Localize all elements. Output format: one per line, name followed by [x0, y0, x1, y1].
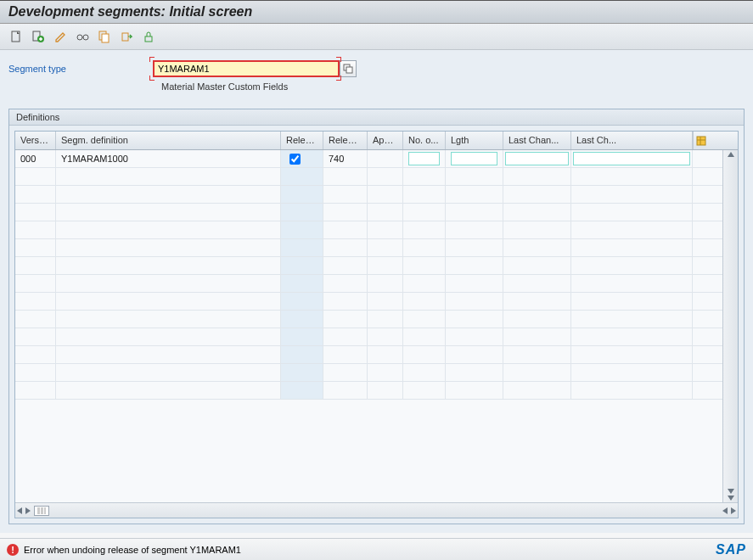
cell-appl [368, 150, 403, 167]
horizontal-scrollbar[interactable] [15, 502, 738, 518]
display-button[interactable] [73, 27, 92, 46]
cell-last-on [571, 150, 693, 167]
svg-point-4 [83, 35, 88, 40]
svg-rect-17 [44, 507, 46, 514]
svg-rect-11 [346, 67, 352, 73]
svg-rect-8 [122, 33, 128, 41]
create-button[interactable] [7, 27, 25, 46]
status-bar: ! Error when undoing release of segment … [0, 538, 753, 560]
table-settings-icon [696, 136, 706, 146]
svg-rect-15 [37, 507, 40, 514]
col-segdef[interactable]: Segm. definition [56, 132, 281, 149]
toolbar [0, 24, 753, 50]
number-input[interactable] [408, 152, 440, 165]
definitions-panel: Definitions Version Segm. definition Rel… [8, 109, 745, 524]
svg-point-3 [77, 35, 82, 40]
document-icon [9, 30, 23, 43]
status-message: Error when undoing release of segment Y1… [24, 545, 241, 555]
grid-config-button[interactable] [693, 132, 708, 149]
segment-type-input-wrap [153, 60, 357, 77]
page-title-text: Development segments: Initial screen [8, 4, 252, 19]
scroll-right2-icon[interactable] [731, 507, 736, 514]
segment-type-label: Segment type [8, 64, 153, 74]
scroll-up-icon[interactable] [728, 152, 734, 157]
col-appl[interactable]: Appl.... [368, 132, 403, 149]
lock-button[interactable] [139, 27, 158, 46]
definitions-grid: Version Segm. definition Release Release… [14, 131, 739, 518]
cell-release: 740 [323, 150, 368, 167]
table-row[interactable]: 000 Y1MARAM1000 740 [15, 150, 722, 168]
last-changed-by-input[interactable] [505, 152, 569, 165]
edit-button[interactable] [51, 27, 70, 46]
col-release-flag[interactable]: Release [281, 132, 323, 149]
pencil-icon [53, 30, 67, 43]
cell-last-by [503, 150, 571, 167]
length-input[interactable] [451, 152, 497, 165]
content-area: Segment type Material Master Custom Fiel… [0, 50, 753, 533]
scroll-down-icon[interactable] [728, 489, 734, 494]
segment-type-description: Material Master Custom Fields [161, 81, 745, 92]
svg-rect-12 [697, 137, 705, 145]
lock-icon [142, 30, 155, 43]
col-version[interactable]: Version [15, 132, 56, 149]
released-checkbox[interactable] [289, 154, 301, 165]
cell-number-input [403, 150, 446, 167]
error-icon: ! [7, 544, 19, 556]
scroll-right-icon[interactable] [25, 507, 31, 514]
col-last-changed-by[interactable]: Last Chan... [503, 132, 571, 149]
copy-button[interactable] [95, 27, 114, 46]
cell-segdef: Y1MARAM1000 [56, 150, 281, 167]
f4-help-button[interactable] [340, 60, 357, 77]
value-help-icon [343, 64, 353, 74]
col-release[interactable]: Release [323, 132, 368, 149]
activate-button[interactable] [117, 27, 136, 46]
col-last-changed-on[interactable]: Last Ch... [571, 132, 693, 149]
cell-version: 000 [15, 150, 56, 167]
glasses-icon [76, 30, 89, 43]
page-title: Development segments: Initial screen [0, 0, 753, 24]
column-select-button[interactable] [34, 506, 49, 516]
col-number[interactable]: No. o... [403, 132, 446, 149]
document-plus-icon [31, 30, 45, 43]
scroll-left-icon[interactable] [17, 507, 22, 514]
scroll-left2-icon[interactable] [722, 507, 728, 514]
segment-type-input[interactable] [153, 60, 340, 77]
scroll-down2-icon[interactable] [728, 496, 734, 501]
definitions-panel-title: Definitions [9, 109, 744, 126]
cell-released [281, 150, 323, 167]
svg-rect-16 [41, 507, 43, 514]
cell-length-input [446, 150, 503, 167]
sap-logo: SAP [716, 542, 746, 557]
svg-rect-9 [145, 36, 152, 42]
activate-icon [120, 30, 133, 43]
check-button[interactable] [29, 27, 48, 46]
grid-header: Version Segm. definition Release Release… [15, 132, 738, 150]
segment-type-row: Segment type [8, 60, 745, 77]
columns-icon [37, 507, 46, 514]
copy-icon [98, 30, 111, 43]
last-changed-on-input[interactable] [573, 152, 690, 165]
vertical-scrollbar[interactable] [722, 150, 738, 502]
col-length[interactable]: Lgth [446, 132, 503, 149]
svg-rect-7 [102, 34, 109, 42]
grid-rows: 000 Y1MARAM1000 740 [15, 150, 722, 502]
